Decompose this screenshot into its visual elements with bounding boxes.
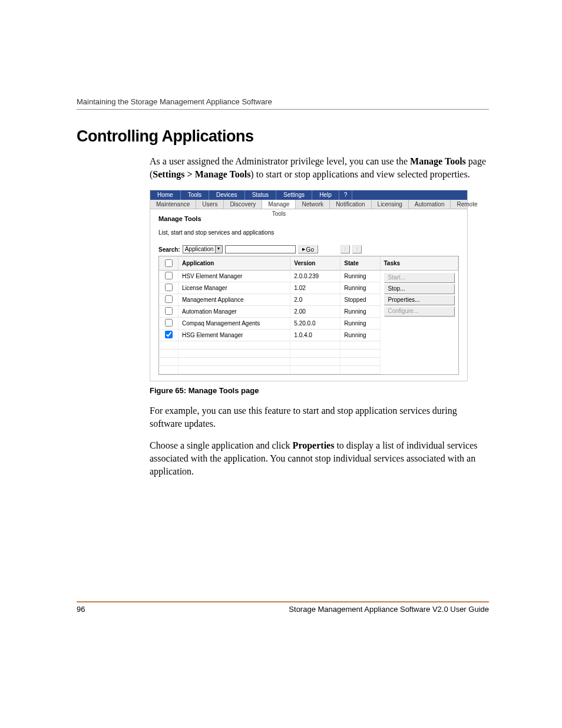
cell-app: License Manager: [178, 282, 290, 294]
menubar: Home Tools Devices Status Settings Help …: [150, 190, 467, 200]
cell-state: Running: [340, 306, 380, 318]
cell-app: HSV Element Manager: [178, 271, 290, 282]
menu-tools[interactable]: Tools: [181, 190, 209, 200]
play-icon: ▶: [302, 247, 305, 252]
cell-app: Compaq Management Agents: [178, 318, 290, 330]
cell-state: Running: [340, 282, 380, 294]
applications-table: Application Version State Tasks HSV Elem…: [159, 256, 458, 374]
menu-devices[interactable]: Devices: [209, 190, 245, 200]
body-text: Choose a single application and click: [150, 440, 293, 450]
submenu-discovery[interactable]: Discovery: [224, 200, 262, 209]
running-header: Maintaining the Storage Management Appli…: [77, 97, 489, 109]
toolbar-button-2[interactable]: ⋮: [352, 245, 362, 253]
menu-home[interactable]: Home: [150, 190, 181, 200]
row-checkbox[interactable]: [165, 319, 173, 327]
menu-settings[interactable]: Settings: [276, 190, 312, 200]
cell-ver: 2.0: [290, 294, 340, 306]
search-input[interactable]: [225, 245, 296, 253]
col-tasks: Tasks: [380, 256, 458, 271]
cell-ver: 2.0.0.239: [290, 271, 340, 282]
cell-state: Running: [340, 271, 380, 282]
menu-help[interactable]: Help: [312, 190, 339, 200]
cell-ver: 2.00: [290, 306, 340, 318]
stop-button[interactable]: Stop...: [384, 284, 455, 294]
intro-paragraph: As a user assigned the Administrator pri…: [150, 155, 489, 180]
panel-title: Manage Tools: [158, 215, 459, 222]
chevron-down-icon: ▾: [215, 246, 222, 253]
cell-ver: 1.0.4.0: [290, 330, 340, 341]
cell-app: HSG Element Manager: [178, 330, 290, 341]
submenu-users[interactable]: Users: [196, 200, 224, 209]
body-term-properties: Properties: [293, 440, 335, 450]
col-checkbox: [159, 256, 178, 271]
row-checkbox[interactable]: [165, 272, 173, 279]
col-application[interactable]: Application: [178, 256, 290, 271]
menu-status[interactable]: Status: [245, 190, 276, 200]
intro-breadcrumb: Settings > Manage Tools: [153, 169, 250, 179]
submenu-manage-tools[interactable]: Manage Tools: [262, 200, 296, 209]
col-state[interactable]: State: [340, 256, 380, 271]
row-checkbox[interactable]: [165, 295, 173, 303]
search-label: Search:: [158, 246, 180, 253]
intro-text: ) to start or stop applications and view…: [250, 169, 470, 179]
properties-button[interactable]: Properties...: [384, 295, 455, 305]
submenu-maintenance[interactable]: Maintenance: [150, 200, 196, 209]
page-title: Controlling Applications: [77, 127, 489, 146]
footer-doc-title: Storage Management Appliance Software V2…: [289, 605, 489, 614]
figure-caption: Figure 65: Manage Tools page: [150, 386, 489, 395]
panel-description: List, start and stop services and applic…: [158, 229, 459, 236]
menu-question[interactable]: ?: [339, 190, 353, 200]
start-button[interactable]: Start...: [384, 273, 455, 283]
table-row[interactable]: HSV Element Manager 2.0.0.239 Running St…: [159, 271, 458, 282]
row-checkbox[interactable]: [165, 331, 173, 338]
footer-rule: [77, 601, 489, 602]
cell-ver: 1.02: [290, 282, 340, 294]
submenu-network[interactable]: Network: [296, 200, 330, 209]
submenu-automation[interactable]: Automation: [409, 200, 451, 209]
cell-state: Running: [340, 330, 380, 341]
screenshot-figure: Home Tools Devices Status Settings Help …: [150, 190, 468, 381]
cell-ver: 5.20.0.0: [290, 318, 340, 330]
select-all-checkbox[interactable]: [165, 259, 173, 267]
search-select-value: Application: [185, 246, 214, 252]
cell-app: Automation Manager: [178, 306, 290, 318]
cell-app: Management Appliance: [178, 294, 290, 306]
submenu-notification[interactable]: Notification: [330, 200, 371, 209]
row-checkbox[interactable]: [165, 307, 173, 315]
intro-text: As a user assigned the Administrator pri…: [150, 156, 410, 166]
go-button-label: Go: [306, 246, 314, 253]
submenu-remote[interactable]: Remote: [451, 200, 483, 209]
row-checkbox[interactable]: [165, 284, 173, 291]
toolbar-button-1[interactable]: ⋮: [340, 245, 350, 253]
body-paragraph: For example, you can use this feature to…: [150, 404, 489, 430]
search-type-select[interactable]: Application ▾: [183, 245, 223, 253]
go-button[interactable]: ▶ Go: [298, 245, 318, 253]
intro-term-manage-tools: Manage Tools: [410, 156, 466, 166]
cell-state: Running: [340, 318, 380, 330]
body-paragraph: Choose a single application and click Pr…: [150, 439, 489, 477]
col-version[interactable]: Version: [290, 256, 340, 271]
page-number: 96: [77, 605, 85, 614]
submenu-licensing[interactable]: Licensing: [372, 200, 409, 209]
header-rule: [77, 109, 489, 110]
submenu: Maintenance Users Discovery Manage Tools…: [150, 200, 467, 209]
cell-state: Stopped: [340, 294, 380, 306]
configure-button[interactable]: Configure...: [384, 307, 455, 317]
